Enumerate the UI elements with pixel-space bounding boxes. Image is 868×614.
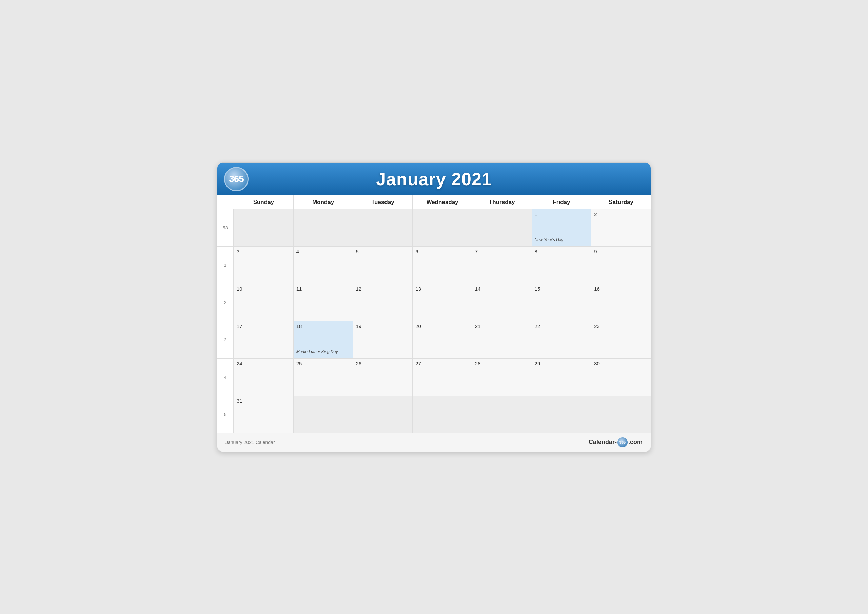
day-cell-19[interactable]: 19 bbox=[353, 321, 412, 359]
day-number: 20 bbox=[415, 323, 469, 329]
day-number: 13 bbox=[415, 286, 469, 292]
day-number: 18 bbox=[296, 323, 350, 329]
day-number: 4 bbox=[296, 249, 350, 255]
week-num-3: 3 bbox=[217, 321, 234, 359]
day-number: 7 bbox=[475, 249, 529, 255]
calendar-container: 365 January 2021 Sunday Monday Tuesday W… bbox=[217, 163, 651, 452]
day-number: 1 bbox=[535, 211, 589, 217]
day-number: 25 bbox=[296, 361, 350, 366]
calendar-header: 365 January 2021 bbox=[217, 163, 651, 195]
day-cell-empty-5-1[interactable] bbox=[293, 396, 353, 433]
week-num-5: 5 bbox=[217, 396, 234, 433]
day-cell-23[interactable]: 23 bbox=[591, 321, 651, 359]
day-cell-5[interactable]: 5 bbox=[353, 247, 412, 284]
day-cell-30[interactable]: 30 bbox=[591, 359, 651, 396]
day-cell-empty-0-1[interactable] bbox=[293, 209, 353, 247]
holiday-label: Martin Luther King Day bbox=[296, 350, 352, 355]
dow-tuesday: Tuesday bbox=[353, 195, 412, 209]
dow-week-num-blank bbox=[217, 195, 234, 209]
day-cell-15[interactable]: 15 bbox=[532, 284, 591, 321]
day-number: 10 bbox=[237, 286, 291, 292]
day-cell-20[interactable]: 20 bbox=[412, 321, 472, 359]
day-number: 9 bbox=[594, 249, 648, 255]
day-number: 2 bbox=[594, 211, 648, 217]
day-cell-empty-5-5[interactable] bbox=[532, 396, 591, 433]
footer-badge: 365 bbox=[617, 437, 628, 448]
day-number: 26 bbox=[356, 361, 409, 366]
dow-saturday: Saturday bbox=[591, 195, 651, 209]
day-cell-12[interactable]: 12 bbox=[353, 284, 412, 321]
day-cell-13[interactable]: 13 bbox=[412, 284, 472, 321]
day-cell-27[interactable]: 27 bbox=[412, 359, 472, 396]
calendar-title: January 2021 bbox=[376, 169, 492, 189]
week-num-1: 1 bbox=[217, 247, 234, 284]
holiday-label: New Year's Day bbox=[535, 238, 590, 243]
day-number: 14 bbox=[475, 286, 529, 292]
day-cell-21[interactable]: 21 bbox=[472, 321, 532, 359]
day-number: 6 bbox=[415, 249, 469, 255]
day-number: 15 bbox=[535, 286, 589, 292]
day-cell-31[interactable]: 31 bbox=[234, 396, 293, 433]
day-cell-7[interactable]: 7 bbox=[472, 247, 532, 284]
day-number: 5 bbox=[356, 249, 409, 255]
day-number: 27 bbox=[415, 361, 469, 366]
week-num-4: 4 bbox=[217, 359, 234, 396]
day-cell-4[interactable]: 4 bbox=[293, 247, 353, 284]
day-number: 29 bbox=[535, 361, 589, 366]
day-cell-empty-5-6[interactable] bbox=[591, 396, 651, 433]
day-cell-10[interactable]: 10 bbox=[234, 284, 293, 321]
day-cell-empty-5-4[interactable] bbox=[472, 396, 532, 433]
day-cell-28[interactable]: 28 bbox=[472, 359, 532, 396]
day-cell-6[interactable]: 6 bbox=[412, 247, 472, 284]
day-number: 28 bbox=[475, 361, 529, 366]
day-cell-18[interactable]: 18Martin Luther King Day bbox=[293, 321, 353, 359]
page-wrapper: 365 January 2021 Sunday Monday Tuesday W… bbox=[217, 163, 651, 452]
calendar-footer: January 2021 Calendar Calendar- 365 .com bbox=[217, 433, 651, 451]
day-number: 22 bbox=[535, 323, 589, 329]
logo-badge: 365 bbox=[224, 167, 248, 191]
day-cell-11[interactable]: 11 bbox=[293, 284, 353, 321]
footer-right-post: .com bbox=[628, 438, 643, 446]
day-cell-9[interactable]: 9 bbox=[591, 247, 651, 284]
footer-right-pre: Calendar- bbox=[589, 438, 617, 446]
day-number: 11 bbox=[296, 286, 350, 292]
day-number: 24 bbox=[237, 361, 291, 366]
day-number: 30 bbox=[594, 361, 648, 366]
day-cell-2[interactable]: 2 bbox=[591, 209, 651, 247]
day-cell-empty-0-3[interactable] bbox=[412, 209, 472, 247]
day-number: 3 bbox=[237, 249, 291, 255]
day-cell-3[interactable]: 3 bbox=[234, 247, 293, 284]
day-number: 16 bbox=[594, 286, 648, 292]
day-cell-14[interactable]: 14 bbox=[472, 284, 532, 321]
day-cell-24[interactable]: 24 bbox=[234, 359, 293, 396]
day-number: 12 bbox=[356, 286, 409, 292]
day-cell-29[interactable]: 29 bbox=[532, 359, 591, 396]
day-number: 31 bbox=[237, 398, 291, 404]
dow-thursday: Thursday bbox=[472, 195, 532, 209]
day-number: 19 bbox=[356, 323, 409, 329]
day-cell-1[interactable]: 1New Year's Day bbox=[532, 209, 591, 247]
dow-monday: Monday bbox=[293, 195, 353, 209]
day-number: 8 bbox=[535, 249, 589, 255]
dow-wednesday: Wednesday bbox=[412, 195, 472, 209]
day-number: 21 bbox=[475, 323, 529, 329]
day-cell-8[interactable]: 8 bbox=[532, 247, 591, 284]
day-number: 17 bbox=[237, 323, 291, 329]
day-cell-17[interactable]: 17 bbox=[234, 321, 293, 359]
day-number: 23 bbox=[594, 323, 648, 329]
dow-sunday: Sunday bbox=[234, 195, 293, 209]
day-cell-22[interactable]: 22 bbox=[532, 321, 591, 359]
day-cell-empty-0-0[interactable] bbox=[234, 209, 293, 247]
day-cell-16[interactable]: 16 bbox=[591, 284, 651, 321]
footer-right: Calendar- 365 .com bbox=[589, 437, 643, 448]
day-cell-empty-0-4[interactable] bbox=[472, 209, 532, 247]
day-cell-26[interactable]: 26 bbox=[353, 359, 412, 396]
day-cell-empty-5-2[interactable] bbox=[353, 396, 412, 433]
week-num-53: 53 bbox=[217, 209, 234, 247]
day-cell-empty-0-2[interactable] bbox=[353, 209, 412, 247]
footer-left-text: January 2021 Calendar bbox=[225, 440, 275, 445]
dow-friday: Friday bbox=[532, 195, 591, 209]
day-cell-empty-5-3[interactable] bbox=[412, 396, 472, 433]
week-num-2: 2 bbox=[217, 284, 234, 321]
day-cell-25[interactable]: 25 bbox=[293, 359, 353, 396]
